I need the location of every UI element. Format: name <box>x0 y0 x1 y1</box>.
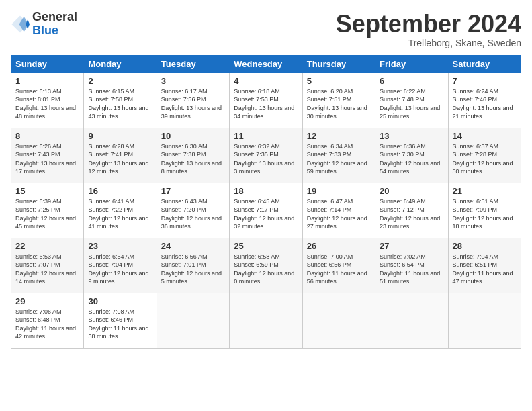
day-number: 13 <box>380 131 443 141</box>
day-number: 2 <box>88 76 152 86</box>
day-number: 11 <box>234 131 298 141</box>
table-row: 3Sunrise: 6:17 AMSunset: 7:56 PMDaylight… <box>157 73 229 128</box>
table-row: 2Sunrise: 6:15 AMSunset: 7:58 PMDaylight… <box>84 73 157 128</box>
table-row: 8Sunrise: 6:26 AMSunset: 7:43 PMDaylight… <box>11 128 84 183</box>
day-detail: Sunrise: 7:08 AMSunset: 6:46 PMDaylight:… <box>88 308 152 341</box>
col-monday: Monday <box>84 55 157 73</box>
table-row: 27Sunrise: 7:02 AMSunset: 6:54 PMDayligh… <box>375 238 448 293</box>
day-number: 9 <box>88 131 152 141</box>
month-title: September 2024 <box>336 11 521 38</box>
day-number: 15 <box>15 186 79 196</box>
logo-icon <box>11 15 30 34</box>
day-number: 4 <box>234 76 298 86</box>
day-detail: Sunrise: 6:15 AMSunset: 7:58 PMDaylight:… <box>88 87 152 121</box>
table-row: 4Sunrise: 6:18 AMSunset: 7:53 PMDaylight… <box>230 73 302 128</box>
table-row: 14Sunrise: 6:37 AMSunset: 7:28 PMDayligh… <box>448 128 521 183</box>
day-detail: Sunrise: 6:24 AMSunset: 7:46 PMDaylight:… <box>453 87 517 121</box>
table-row: 24Sunrise: 6:56 AMSunset: 7:01 PMDayligh… <box>157 238 229 293</box>
table-row: 16Sunrise: 6:41 AMSunset: 7:22 PMDayligh… <box>84 183 157 238</box>
table-row: 5Sunrise: 6:20 AMSunset: 7:51 PMDaylight… <box>302 73 375 128</box>
day-number: 7 <box>453 76 517 86</box>
logo-blue: Blue <box>32 24 77 38</box>
day-number: 18 <box>234 186 298 196</box>
col-tuesday: Tuesday <box>157 55 229 73</box>
day-number: 30 <box>88 296 152 306</box>
table-row <box>157 293 229 348</box>
title-block: September 2024 Trelleborg, Skane, Sweden <box>336 11 521 48</box>
day-number: 1 <box>15 76 79 86</box>
calendar-header: Sunday Monday Tuesday Wednesday Thursday… <box>11 55 521 73</box>
day-detail: Sunrise: 6:20 AMSunset: 7:51 PMDaylight:… <box>307 87 371 121</box>
header: General Blue September 2024 Trelleborg, … <box>11 11 521 48</box>
table-row <box>448 293 521 348</box>
day-detail: Sunrise: 6:36 AMSunset: 7:30 PMDaylight:… <box>380 142 443 176</box>
day-detail: Sunrise: 6:34 AMSunset: 7:33 PMDaylight:… <box>307 142 371 176</box>
table-row: 12Sunrise: 6:34 AMSunset: 7:33 PMDayligh… <box>302 128 375 183</box>
day-detail: Sunrise: 6:43 AMSunset: 7:20 PMDaylight:… <box>161 197 225 231</box>
day-detail: Sunrise: 6:22 AMSunset: 7:48 PMDaylight:… <box>380 87 443 121</box>
day-detail: Sunrise: 6:47 AMSunset: 7:14 PMDaylight:… <box>307 197 371 231</box>
table-row: 29Sunrise: 7:06 AMSunset: 6:48 PMDayligh… <box>11 293 84 348</box>
table-row: 13Sunrise: 6:36 AMSunset: 7:30 PMDayligh… <box>375 128 448 183</box>
day-detail: Sunrise: 6:53 AMSunset: 7:07 PMDaylight:… <box>15 253 79 286</box>
day-detail: Sunrise: 6:18 AMSunset: 7:53 PMDaylight:… <box>234 87 298 121</box>
day-number: 27 <box>380 241 443 251</box>
table-row: 21Sunrise: 6:51 AMSunset: 7:09 PMDayligh… <box>448 183 521 238</box>
day-detail: Sunrise: 6:56 AMSunset: 7:01 PMDaylight:… <box>161 253 225 286</box>
table-row <box>302 293 375 348</box>
day-detail: Sunrise: 6:28 AMSunset: 7:41 PMDaylight:… <box>88 142 152 176</box>
logo-text: General Blue <box>32 11 77 38</box>
day-detail: Sunrise: 6:58 AMSunset: 6:59 PMDaylight:… <box>234 253 298 286</box>
day-detail: Sunrise: 6:17 AMSunset: 7:56 PMDaylight:… <box>161 87 225 121</box>
col-wednesday: Wednesday <box>230 55 302 73</box>
page: General Blue September 2024 Trelleborg, … <box>0 0 532 411</box>
day-number: 10 <box>161 131 225 141</box>
day-number: 17 <box>161 186 225 196</box>
day-detail: Sunrise: 6:45 AMSunset: 7:17 PMDaylight:… <box>234 197 298 231</box>
day-number: 29 <box>15 296 79 306</box>
calendar-body: 1Sunrise: 6:13 AMSunset: 8:01 PMDaylight… <box>11 73 521 348</box>
col-thursday: Thursday <box>302 55 375 73</box>
table-row: 17Sunrise: 6:43 AMSunset: 7:20 PMDayligh… <box>157 183 229 238</box>
calendar-table: Sunday Monday Tuesday Wednesday Thursday… <box>11 55 521 349</box>
table-row: 22Sunrise: 6:53 AMSunset: 7:07 PMDayligh… <box>11 238 84 293</box>
day-detail: Sunrise: 6:13 AMSunset: 8:01 PMDaylight:… <box>15 87 79 121</box>
day-number: 21 <box>453 186 517 196</box>
table-row: 15Sunrise: 6:39 AMSunset: 7:25 PMDayligh… <box>11 183 84 238</box>
col-friday: Friday <box>375 55 448 73</box>
col-saturday: Saturday <box>448 55 521 73</box>
table-row <box>230 293 302 348</box>
table-row: 23Sunrise: 6:54 AMSunset: 7:04 PMDayligh… <box>84 238 157 293</box>
table-row: 20Sunrise: 6:49 AMSunset: 7:12 PMDayligh… <box>375 183 448 238</box>
day-number: 6 <box>380 76 443 86</box>
day-number: 24 <box>161 241 225 251</box>
table-row: 25Sunrise: 6:58 AMSunset: 6:59 PMDayligh… <box>230 238 302 293</box>
day-detail: Sunrise: 6:26 AMSunset: 7:43 PMDaylight:… <box>15 142 79 176</box>
day-detail: Sunrise: 6:30 AMSunset: 7:38 PMDaylight:… <box>161 142 225 176</box>
table-row: 18Sunrise: 6:45 AMSunset: 7:17 PMDayligh… <box>230 183 302 238</box>
day-detail: Sunrise: 7:04 AMSunset: 6:51 PMDaylight:… <box>453 253 517 286</box>
logo-general: General <box>32 11 77 24</box>
day-detail: Sunrise: 6:49 AMSunset: 7:12 PMDaylight:… <box>380 197 443 231</box>
table-row: 7Sunrise: 6:24 AMSunset: 7:46 PMDaylight… <box>448 73 521 128</box>
col-sunday: Sunday <box>11 55 84 73</box>
table-row: 10Sunrise: 6:30 AMSunset: 7:38 PMDayligh… <box>157 128 229 183</box>
table-row: 19Sunrise: 6:47 AMSunset: 7:14 PMDayligh… <box>302 183 375 238</box>
day-number: 25 <box>234 241 298 251</box>
day-number: 3 <box>161 76 225 86</box>
day-number: 16 <box>88 186 152 196</box>
table-row: 28Sunrise: 7:04 AMSunset: 6:51 PMDayligh… <box>448 238 521 293</box>
table-row <box>375 293 448 348</box>
day-detail: Sunrise: 6:54 AMSunset: 7:04 PMDaylight:… <box>88 253 152 286</box>
table-row: 9Sunrise: 6:28 AMSunset: 7:41 PMDaylight… <box>84 128 157 183</box>
day-number: 22 <box>15 241 79 251</box>
day-detail: Sunrise: 6:51 AMSunset: 7:09 PMDaylight:… <box>453 197 517 231</box>
day-number: 28 <box>453 241 517 251</box>
day-detail: Sunrise: 7:06 AMSunset: 6:48 PMDaylight:… <box>15 308 79 341</box>
day-detail: Sunrise: 7:00 AMSunset: 6:56 PMDaylight:… <box>307 253 371 286</box>
table-row: 30Sunrise: 7:08 AMSunset: 6:46 PMDayligh… <box>84 293 157 348</box>
table-row: 6Sunrise: 6:22 AMSunset: 7:48 PMDaylight… <box>375 73 448 128</box>
day-number: 23 <box>88 241 152 251</box>
day-detail: Sunrise: 6:41 AMSunset: 7:22 PMDaylight:… <box>88 197 152 231</box>
day-detail: Sunrise: 6:39 AMSunset: 7:25 PMDaylight:… <box>15 197 79 231</box>
